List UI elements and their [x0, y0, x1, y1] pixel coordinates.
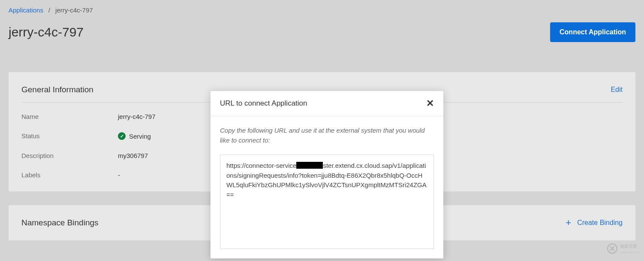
labels-label: Labels	[21, 171, 118, 179]
connect-application-button[interactable]: Connect Application	[550, 22, 635, 42]
namespace-bindings-heading: Namespace Bindings	[21, 218, 99, 228]
breadcrumb: Applications / jerry-c4c-797	[9, 6, 635, 14]
plus-icon: +	[566, 218, 571, 228]
description-value: my306797	[118, 152, 148, 159]
modal-hint: Copy the following URL and use it at the…	[220, 126, 434, 145]
create-binding-button[interactable]: + Create Binding	[566, 218, 623, 228]
description-label: Description	[21, 152, 118, 159]
modal-title: URL to connect Application	[220, 99, 307, 108]
name-value: jerry-c4c-797	[118, 113, 156, 120]
url-part1: https://connector-service	[226, 162, 296, 169]
name-label: Name	[21, 113, 118, 120]
svg-text:创新互联: 创新互联	[620, 244, 637, 249]
watermark-logo: 创新互联 WWW.XIN-IN.COM	[606, 240, 641, 257]
status-label: Status	[21, 132, 118, 140]
connection-url-box[interactable]: https://connector-servicester.extend.cx.…	[220, 155, 434, 249]
edit-link[interactable]: Edit	[611, 86, 623, 94]
breadcrumb-current: jerry-c4c-797	[55, 6, 93, 14]
page-title: jerry-c4c-797	[9, 25, 84, 39]
svg-text:WWW.XIN-IN.COM: WWW.XIN-IN.COM	[620, 251, 641, 254]
connect-url-modal: URL to connect Application ✕ Copy the fo…	[211, 91, 443, 258]
close-icon[interactable]: ✕	[426, 99, 434, 108]
create-binding-label: Create Binding	[577, 219, 623, 227]
labels-value: -	[118, 171, 120, 179]
breadcrumb-separator: /	[48, 6, 50, 14]
breadcrumb-root-link[interactable]: Applications	[9, 6, 43, 14]
general-information-heading: General Information	[21, 85, 93, 94]
status-value: Serving	[129, 133, 151, 140]
status-serving-icon	[118, 132, 126, 140]
redacted-segment	[296, 162, 323, 169]
